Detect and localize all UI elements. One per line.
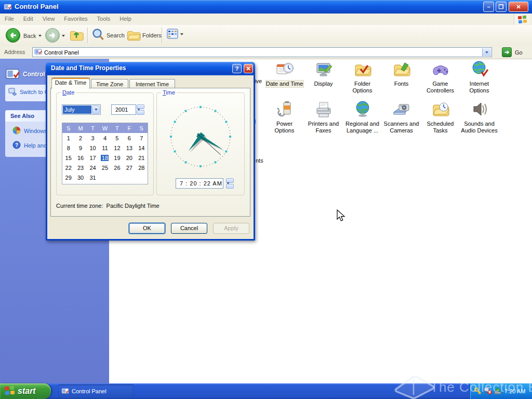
dialog-help-button[interactable]: ? (232, 64, 242, 73)
menu-item-favorites[interactable]: Favorites (59, 14, 92, 22)
restore-button[interactable]: ❐ (496, 2, 507, 12)
forward-button[interactable] (45, 28, 65, 44)
regional-language-icon (343, 100, 382, 119)
calendar-day[interactable]: 23 (74, 163, 86, 172)
calendar-weekday: S (62, 123, 74, 133)
cpl-icon-folder-options[interactable]: Folder Options (343, 60, 382, 94)
dialog-close-button[interactable]: ✕ (244, 64, 253, 73)
calendar-day[interactable] (99, 172, 111, 182)
time-input[interactable]: 7 : 20 : 22 AM (176, 178, 223, 189)
tray-clock[interactable]: 7:20 AM (504, 388, 525, 394)
cpl-icon-regional-language[interactable]: Regional and Language ... (343, 100, 382, 134)
back-menu-caret[interactable] (38, 35, 42, 37)
calendar-day[interactable]: 8 (62, 143, 74, 153)
network-error-tray-icon[interactable] (484, 387, 492, 396)
address-input[interactable]: Control Panel (32, 47, 492, 57)
calendar-day[interactable]: 28 (136, 163, 148, 172)
cpl-icon-scheduled-tasks[interactable]: Scheduled Tasks (421, 100, 460, 134)
cpl-icon-game-controllers[interactable]: Game Controllers (421, 60, 460, 94)
scheduled-tasks-icon (421, 100, 460, 119)
calendar-day[interactable]: 14 (136, 143, 148, 153)
calendar-day[interactable]: 1 (62, 133, 74, 143)
menu-item-tools[interactable]: Tools (92, 14, 115, 22)
calendar-day[interactable]: 16 (74, 153, 86, 163)
calendar-day[interactable]: 3 (87, 133, 99, 143)
cpl-icon-internet-options[interactable]: Internet Options (460, 60, 499, 94)
month-combobox[interactable]: July (62, 104, 101, 115)
minimize-button[interactable]: – (483, 2, 494, 12)
calendar-day[interactable]: 21 (136, 153, 148, 163)
calendar-day[interactable]: 29 (62, 172, 74, 182)
dialog-titlebar[interactable]: Date and Time Properties ? ✕ (46, 62, 255, 75)
views-button[interactable] (166, 28, 183, 41)
keys-tray-icon[interactable] (474, 387, 482, 396)
calendar-day[interactable]: 19 (111, 153, 123, 163)
calendar-day[interactable]: 12 (111, 143, 123, 153)
month-dropdown-button[interactable] (92, 105, 100, 114)
calendar-day[interactable]: 31 (87, 172, 99, 182)
ok-button[interactable]: OK (129, 223, 165, 234)
calendar-day[interactable]: 5 (111, 133, 123, 143)
views-menu-caret[interactable] (180, 33, 183, 35)
calendar-day[interactable]: 7 (136, 133, 148, 143)
calendar-day[interactable]: 17 (87, 153, 99, 163)
cancel-button[interactable]: Cancel (171, 223, 207, 234)
tab-date-time[interactable]: Date & Time (51, 77, 90, 89)
calendar-day[interactable]: 10 (87, 143, 99, 153)
year-input[interactable]: 2001 (111, 104, 136, 115)
calendar-day[interactable]: 24 (87, 163, 99, 172)
search-button[interactable]: Search (91, 28, 125, 43)
cpl-icon-date-time[interactable]: Date and Time (265, 60, 304, 87)
time-spin-down[interactable] (226, 184, 234, 189)
calendar-day[interactable]: 11 (99, 143, 111, 153)
icon-label: Scanners and Cameras (383, 121, 420, 134)
icon-label: Display (305, 81, 342, 87)
cpl-icon-display[interactable]: Display (304, 60, 343, 87)
up-button[interactable] (69, 28, 84, 43)
calendar[interactable]: SMTWTFS123456789101112131415161718192021… (62, 123, 148, 184)
hardware-tray-icon[interactable] (494, 387, 502, 396)
apply-button[interactable]: Apply (213, 223, 249, 234)
time-spinner[interactable] (226, 178, 234, 189)
calendar-day[interactable]: 13 (123, 143, 135, 153)
year-spin-down[interactable] (137, 110, 144, 115)
taskbar: start Control Panel 7:20 AM (0, 383, 532, 399)
folders-button[interactable]: Folders (126, 28, 162, 43)
menu-item-view[interactable]: View (38, 14, 60, 22)
close-button[interactable]: ✕ (509, 2, 528, 12)
cpl-icon-power-options[interactable]: Power Options (265, 100, 304, 134)
window-titlebar[interactable]: Control Panel – ❐ ✕ (0, 0, 532, 14)
calendar-day[interactable]: 25 (99, 163, 111, 172)
menu-item-edit[interactable]: Edit (19, 14, 38, 22)
calendar-day[interactable]: 9 (74, 143, 86, 153)
calendar-day[interactable]: 4 (99, 133, 111, 143)
cpl-icon-fonts[interactable]: Fonts (382, 60, 421, 87)
year-spinner[interactable] (137, 104, 144, 115)
menu-bar: FileEditViewFavoritesToolsHelp (0, 14, 532, 25)
calendar-day[interactable]: 30 (74, 172, 86, 182)
cpl-icon-printers-faxes[interactable]: Printers and Faxes (304, 100, 343, 134)
address-dropdown-button[interactable] (482, 48, 491, 56)
cpl-icon-scanners-cameras[interactable]: Scanners and Cameras (382, 100, 421, 134)
calendar-day[interactable]: 15 (62, 153, 74, 163)
calendar-day[interactable] (111, 172, 123, 182)
calendar-day[interactable] (136, 172, 148, 182)
calendar-day[interactable]: 6 (123, 133, 135, 143)
windows-logo-icon (514, 14, 530, 24)
menu-item-file[interactable]: File (0, 14, 19, 22)
calendar-day[interactable]: 22 (62, 163, 74, 172)
calendar-day[interactable]: 2 (74, 133, 86, 143)
calendar-day-selected[interactable]: 18 (99, 153, 111, 163)
go-button[interactable]: ➔ (502, 47, 512, 57)
calendar-day[interactable]: 26 (111, 163, 123, 172)
back-button[interactable]: Back (5, 28, 42, 44)
start-button[interactable]: start (0, 383, 51, 399)
forward-menu-caret[interactable] (62, 35, 65, 37)
calendar-day[interactable]: 20 (123, 153, 135, 163)
calendar-day[interactable] (123, 172, 135, 182)
taskbar-task-control-panel[interactable]: Control Panel (58, 384, 134, 398)
date-group-label: Date (61, 89, 76, 96)
calendar-day[interactable]: 27 (123, 163, 135, 172)
menu-item-help[interactable]: Help (115, 14, 136, 22)
cpl-icon-sounds-audio[interactable]: Sounds and Audio Devices (460, 100, 499, 134)
